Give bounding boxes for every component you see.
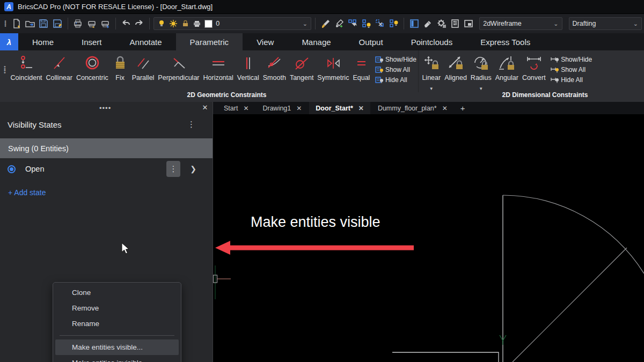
ribbon-button-fix[interactable]: Fix [110, 53, 130, 87]
state-radio-button[interactable] [8, 165, 16, 173]
ribbon-button-horizontal[interactable]: Horizontal [201, 53, 235, 87]
ribbon-button-angular[interactable]: Angular [493, 53, 520, 87]
panels-button[interactable] [408, 17, 420, 31]
panel-close-icon[interactable]: ✕ [201, 104, 209, 112]
dim-hide-all-button[interactable]: Hide All [551, 76, 592, 84]
close-tab-icon[interactable]: ✕ [358, 105, 364, 112]
pick-properties-button[interactable] [333, 17, 345, 31]
close-tab-icon[interactable]: ✕ [296, 105, 302, 112]
close-tab-icon[interactable]: ✕ [442, 105, 448, 112]
horizontal-icon [210, 54, 226, 73]
doc-tab-drawing1[interactable]: Drawing1✕ [256, 102, 308, 114]
visibility-group-row[interactable]: Swing (0 Entities) [0, 138, 213, 158]
doc-tab-door-start[interactable]: Door_Start*✕ [309, 102, 370, 114]
ribbon-tab-bar: λ Home Insert Annotate Parametric View M… [0, 33, 644, 50]
panel-menu-icon[interactable]: ⋮ [187, 120, 195, 129]
ribbon-button-perpendicular[interactable]: Perpendicular [156, 53, 201, 87]
toolbar-separator [149, 18, 150, 29]
ribbon-button-collinear[interactable]: Collinear [44, 53, 74, 87]
isolate-entities-button[interactable] [360, 17, 372, 31]
ribbon-button-linear[interactable]: Linear ▼ [420, 53, 443, 87]
new-tab-button[interactable]: + [455, 104, 471, 113]
ribbon-grip-icon[interactable]: •••• [1, 66, 9, 73]
menu-item-rename[interactable]: Rename [53, 316, 181, 331]
unisolate-entities-button[interactable] [387, 17, 400, 31]
properties-list-button[interactable] [449, 17, 461, 31]
geo-hide-all-button[interactable]: Hide All [375, 76, 416, 84]
select-similar-button[interactable] [347, 17, 359, 31]
tab-insert[interactable]: Insert [68, 33, 116, 50]
ribbon-button-coincident[interactable]: Coincident [9, 53, 44, 87]
undo-button[interactable] [120, 17, 132, 31]
clip-display-button[interactable] [374, 17, 386, 31]
match-properties-button[interactable] [319, 17, 332, 31]
bricscad-logo-icon: A [4, 2, 13, 11]
render-settings-button[interactable] [463, 17, 475, 31]
state-expand-chevron-icon[interactable]: ❯ [190, 165, 196, 173]
ribbon-button-vertical[interactable]: Vertical [235, 53, 261, 87]
tab-annotate[interactable]: Annotate [116, 33, 176, 50]
settings-button[interactable] [435, 17, 448, 31]
geo-show-all-button[interactable]: Show All [375, 65, 416, 74]
redo-button[interactable] [133, 17, 145, 31]
quick-access-toolbar: •••• 0 ⌄ [0, 14, 644, 33]
ribbon-button-parallel[interactable]: Parallel [130, 53, 156, 87]
ribbon-button-radius[interactable]: Radius ▼ [469, 53, 493, 87]
new-file-button[interactable] [10, 17, 23, 31]
chevron-down-icon: ⌄ [303, 20, 308, 27]
document-tab-bar: Start✕ Drawing1✕ Door_Start*✕ Dummy_floo… [213, 102, 644, 114]
angular-icon [498, 54, 515, 73]
tab-view[interactable]: View [243, 33, 288, 50]
menu-item-remove[interactable]: Remove [53, 300, 181, 316]
concentric-icon [84, 54, 101, 73]
dim-show-all-button[interactable]: Show All [551, 65, 592, 74]
ribbon-button-convert[interactable]: Convert [520, 53, 547, 87]
app-window: A BricsCAD Pro (NOT FOR RESALE License) … [0, 0, 644, 362]
tab-pointclouds[interactable]: Pointclouds [397, 33, 467, 50]
plot-button[interactable] [71, 17, 84, 31]
save-button[interactable] [38, 17, 50, 31]
ribbon-button-concentric[interactable]: Concentric [74, 53, 110, 87]
layer-dropdown[interactable]: 0 ⌄ [153, 17, 311, 30]
tab-parametric[interactable]: Parametric [176, 33, 243, 50]
geometric-constraints-section-label: 2D Geometric Constraints [27, 90, 427, 100]
ribbon-button-symmetric[interactable]: Symmetric [316, 53, 351, 87]
toolbar-grip-icon[interactable]: •••• [3, 20, 8, 27]
ribbon-button-smooth[interactable]: Smooth [261, 53, 288, 87]
ribbon-button-tangent[interactable]: Tangent [288, 53, 315, 87]
tab-home[interactable]: Home [18, 33, 68, 50]
doc-tab-start[interactable]: Start✕ [217, 102, 255, 114]
show-hide-icon [375, 55, 384, 64]
geo-show-hide-button[interactable]: Show/Hide [375, 55, 416, 64]
menu-item-clone[interactable]: Clone [53, 285, 181, 300]
menu-item-make-entities-visible[interactable]: Make entities visible... [55, 339, 179, 355]
close-tab-icon[interactable]: ✕ [243, 105, 248, 112]
open-file-button[interactable] [24, 17, 36, 31]
aligned-icon [447, 54, 464, 73]
panel-drag-handle[interactable]: •••• [99, 104, 111, 112]
layer-freeze-icon [169, 19, 178, 28]
tab-manage[interactable]: Manage [288, 33, 345, 50]
state-row-open[interactable]: Open ⋮ ❯ [0, 158, 213, 180]
drawing-canvas[interactable]: Make entities visible [213, 114, 644, 362]
hide-all-icon [375, 76, 384, 84]
dim-show-hide-button[interactable]: Show/Hide [551, 55, 592, 64]
save-as-button[interactable] [51, 17, 63, 31]
clean-screen-button[interactable] [422, 17, 434, 31]
tab-output[interactable]: Output [345, 33, 397, 50]
ribbon-button-equal[interactable]: Equal [351, 53, 372, 87]
linear-dropdown-arrow-icon[interactable]: ▼ [429, 86, 434, 91]
menu-item-make-entities-invisible[interactable]: Make entities invisible... [53, 355, 181, 362]
state-options-button[interactable]: ⋮ [166, 161, 180, 177]
workspace-dropdown[interactable]: Drafting ⌄ [569, 17, 642, 30]
application-menu-button[interactable]: λ [0, 33, 18, 50]
layer-color-swatch [204, 20, 213, 28]
doc-tab-dummy-floor-plan[interactable]: Dummy_floor_plan*✕ [371, 102, 454, 114]
chevron-down-icon: ⌄ [633, 20, 638, 27]
add-state-link[interactable]: + Add state [8, 188, 213, 197]
render-mode-dropdown[interactable]: 2dWireframe ⌄ [479, 17, 562, 30]
publish-button[interactable] [99, 17, 111, 31]
tab-express-tools[interactable]: Express Tools [466, 33, 544, 50]
ribbon-button-aligned[interactable]: Aligned [443, 53, 469, 87]
print-preview-button[interactable] [85, 17, 98, 31]
